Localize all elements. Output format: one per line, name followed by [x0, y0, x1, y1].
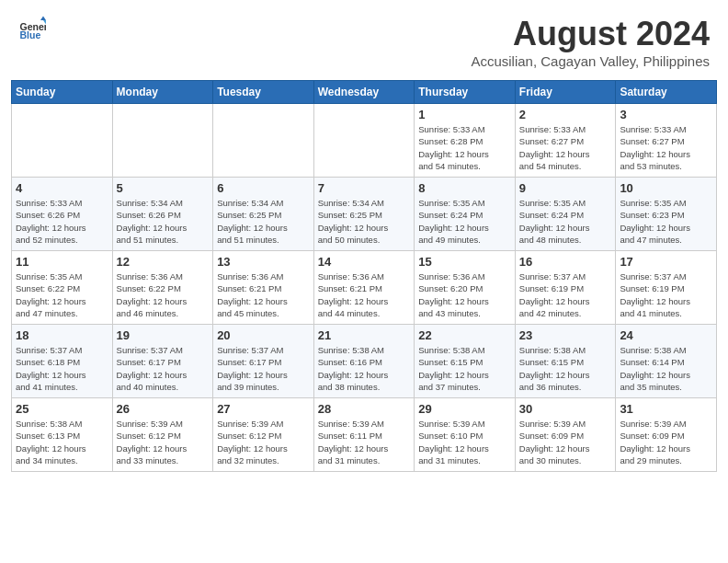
day-info: Sunrise: 5:38 AM Sunset: 6:15 PM Dayligh… — [519, 344, 612, 393]
day-info: Sunrise: 5:38 AM Sunset: 6:14 PM Dayligh… — [620, 344, 712, 393]
calendar-cell: 17Sunrise: 5:37 AM Sunset: 6:19 PM Dayli… — [616, 251, 717, 325]
subtitle: Accusilian, Cagayan Valley, Philippines — [471, 53, 710, 69]
title-area: August 2024 Accusilian, Cagayan Valley, … — [471, 15, 710, 69]
calendar-cell: 24Sunrise: 5:38 AM Sunset: 6:14 PM Dayli… — [616, 325, 717, 398]
day-number: 31 — [620, 402, 712, 416]
page-header: General Blue August 2024 Accusilian, Cag… — [0, 0, 728, 73]
day-info: Sunrise: 5:35 AM Sunset: 6:24 PM Dayligh… — [418, 197, 511, 246]
day-info: Sunrise: 5:39 AM Sunset: 6:12 PM Dayligh… — [217, 418, 310, 466]
calendar-cell: 30Sunrise: 5:39 AM Sunset: 6:09 PM Dayli… — [515, 398, 616, 472]
day-info: Sunrise: 5:39 AM Sunset: 6:11 PM Dayligh… — [318, 418, 411, 466]
calendar-cell: 16Sunrise: 5:37 AM Sunset: 6:19 PM Dayli… — [515, 251, 616, 325]
calendar-cell: 20Sunrise: 5:37 AM Sunset: 6:17 PM Dayli… — [213, 325, 314, 398]
day-info: Sunrise: 5:33 AM Sunset: 6:27 PM Dayligh… — [519, 123, 612, 172]
calendar-cell: 26Sunrise: 5:39 AM Sunset: 6:12 PM Dayli… — [112, 398, 213, 472]
calendar-cell: 2Sunrise: 5:33 AM Sunset: 6:27 PM Daylig… — [515, 104, 616, 178]
day-info: Sunrise: 5:33 AM Sunset: 6:26 PM Dayligh… — [16, 197, 108, 246]
logo-icon: General Blue — [18, 15, 46, 42]
day-info: Sunrise: 5:33 AM Sunset: 6:28 PM Dayligh… — [418, 123, 511, 172]
day-number: 7 — [318, 181, 411, 195]
day-info: Sunrise: 5:36 AM Sunset: 6:22 PM Dayligh… — [117, 270, 210, 319]
day-number: 13 — [217, 255, 310, 269]
logo: General Blue — [18, 15, 46, 42]
day-number: 16 — [519, 255, 612, 269]
day-number: 9 — [519, 181, 612, 195]
day-number: 14 — [318, 255, 411, 269]
calendar-cell: 10Sunrise: 5:35 AM Sunset: 6:23 PM Dayli… — [616, 178, 717, 251]
calendar-cell — [213, 104, 314, 178]
calendar-week-3: 11Sunrise: 5:35 AM Sunset: 6:22 PM Dayli… — [12, 251, 717, 325]
calendar-cell: 23Sunrise: 5:38 AM Sunset: 6:15 PM Dayli… — [515, 325, 616, 398]
day-info: Sunrise: 5:39 AM Sunset: 6:09 PM Dayligh… — [620, 418, 712, 466]
day-info: Sunrise: 5:36 AM Sunset: 6:21 PM Dayligh… — [318, 270, 411, 319]
calendar-cell: 29Sunrise: 5:39 AM Sunset: 6:10 PM Dayli… — [415, 398, 516, 472]
calendar-cell: 12Sunrise: 5:36 AM Sunset: 6:22 PM Dayli… — [112, 251, 213, 325]
calendar-cell: 6Sunrise: 5:34 AM Sunset: 6:25 PM Daylig… — [213, 178, 314, 251]
day-number: 3 — [620, 108, 712, 121]
day-number: 18 — [16, 328, 108, 342]
calendar-cell: 14Sunrise: 5:36 AM Sunset: 6:21 PM Dayli… — [313, 251, 415, 325]
calendar-cell: 5Sunrise: 5:34 AM Sunset: 6:26 PM Daylig… — [112, 178, 213, 251]
day-header-thursday: Thursday — [415, 81, 516, 104]
day-info: Sunrise: 5:33 AM Sunset: 6:27 PM Dayligh… — [620, 123, 712, 172]
calendar-week-5: 25Sunrise: 5:38 AM Sunset: 6:13 PM Dayli… — [12, 398, 717, 472]
day-number: 26 — [117, 402, 210, 416]
calendar-cell: 28Sunrise: 5:39 AM Sunset: 6:11 PM Dayli… — [313, 398, 415, 472]
day-number: 24 — [620, 328, 712, 342]
day-number: 1 — [418, 108, 511, 121]
day-number: 17 — [620, 255, 712, 269]
day-info: Sunrise: 5:38 AM Sunset: 6:16 PM Dayligh… — [318, 344, 411, 393]
day-header-friday: Friday — [515, 81, 616, 104]
day-info: Sunrise: 5:37 AM Sunset: 6:18 PM Dayligh… — [16, 344, 108, 393]
day-info: Sunrise: 5:37 AM Sunset: 6:17 PM Dayligh… — [217, 344, 310, 393]
day-info: Sunrise: 5:34 AM Sunset: 6:25 PM Dayligh… — [318, 197, 411, 246]
day-number: 15 — [418, 255, 511, 269]
calendar-cell — [112, 104, 213, 178]
calendar-cell: 11Sunrise: 5:35 AM Sunset: 6:22 PM Dayli… — [12, 251, 113, 325]
day-header-saturday: Saturday — [616, 81, 717, 104]
day-number: 20 — [217, 328, 310, 342]
calendar-header-row: SundayMondayTuesdayWednesdayThursdayFrid… — [12, 81, 717, 104]
day-number: 23 — [519, 328, 612, 342]
calendar-cell: 7Sunrise: 5:34 AM Sunset: 6:25 PM Daylig… — [313, 178, 415, 251]
calendar-week-1: 1Sunrise: 5:33 AM Sunset: 6:28 PM Daylig… — [12, 104, 717, 178]
day-number: 10 — [620, 181, 712, 195]
day-header-sunday: Sunday — [12, 81, 113, 104]
calendar-cell: 1Sunrise: 5:33 AM Sunset: 6:28 PM Daylig… — [415, 104, 516, 178]
calendar-cell: 8Sunrise: 5:35 AM Sunset: 6:24 PM Daylig… — [415, 178, 516, 251]
day-number: 2 — [519, 108, 612, 121]
day-info: Sunrise: 5:35 AM Sunset: 6:23 PM Dayligh… — [620, 197, 712, 246]
day-info: Sunrise: 5:35 AM Sunset: 6:22 PM Dayligh… — [16, 270, 108, 319]
calendar-cell: 4Sunrise: 5:33 AM Sunset: 6:26 PM Daylig… — [12, 178, 113, 251]
day-number: 25 — [16, 402, 108, 416]
day-info: Sunrise: 5:36 AM Sunset: 6:20 PM Dayligh… — [418, 270, 511, 319]
calendar-week-4: 18Sunrise: 5:37 AM Sunset: 6:18 PM Dayli… — [12, 325, 717, 398]
day-number: 28 — [318, 402, 411, 416]
calendar-cell: 13Sunrise: 5:36 AM Sunset: 6:21 PM Dayli… — [213, 251, 314, 325]
day-info: Sunrise: 5:39 AM Sunset: 6:10 PM Dayligh… — [418, 418, 511, 466]
calendar-cell: 18Sunrise: 5:37 AM Sunset: 6:18 PM Dayli… — [12, 325, 113, 398]
calendar-week-2: 4Sunrise: 5:33 AM Sunset: 6:26 PM Daylig… — [12, 178, 717, 251]
day-number: 22 — [418, 328, 511, 342]
day-number: 29 — [418, 402, 511, 416]
calendar-cell: 19Sunrise: 5:37 AM Sunset: 6:17 PM Dayli… — [112, 325, 213, 398]
day-info: Sunrise: 5:39 AM Sunset: 6:09 PM Dayligh… — [519, 418, 612, 466]
calendar-cell: 25Sunrise: 5:38 AM Sunset: 6:13 PM Dayli… — [12, 398, 113, 472]
day-number: 8 — [418, 181, 511, 195]
day-header-tuesday: Tuesday — [213, 81, 314, 104]
calendar-cell: 27Sunrise: 5:39 AM Sunset: 6:12 PM Dayli… — [213, 398, 314, 472]
svg-text:Blue: Blue — [20, 29, 41, 40]
calendar-cell: 31Sunrise: 5:39 AM Sunset: 6:09 PM Dayli… — [616, 398, 717, 472]
day-number: 6 — [217, 181, 310, 195]
day-info: Sunrise: 5:37 AM Sunset: 6:19 PM Dayligh… — [519, 270, 612, 319]
day-info: Sunrise: 5:36 AM Sunset: 6:21 PM Dayligh… — [217, 270, 310, 319]
calendar-cell: 22Sunrise: 5:38 AM Sunset: 6:15 PM Dayli… — [415, 325, 516, 398]
day-number: 5 — [117, 181, 210, 195]
calendar-cell — [313, 104, 415, 178]
main-title: August 2024 — [471, 15, 710, 53]
day-number: 4 — [16, 181, 108, 195]
day-info: Sunrise: 5:38 AM Sunset: 6:15 PM Dayligh… — [418, 344, 511, 393]
day-info: Sunrise: 5:34 AM Sunset: 6:25 PM Dayligh… — [217, 197, 310, 246]
calendar-cell: 3Sunrise: 5:33 AM Sunset: 6:27 PM Daylig… — [616, 104, 717, 178]
calendar-cell: 15Sunrise: 5:36 AM Sunset: 6:20 PM Dayli… — [415, 251, 516, 325]
